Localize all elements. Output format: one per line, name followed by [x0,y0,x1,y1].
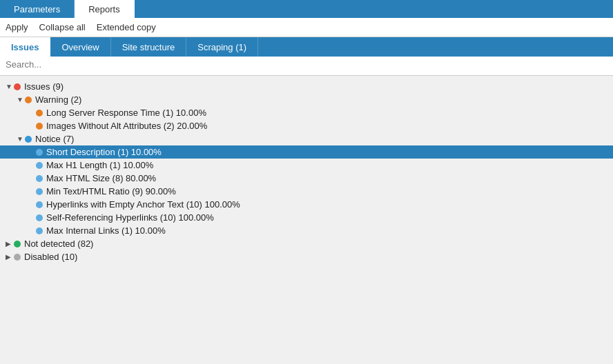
dot-lightblue-icon [36,228,43,234]
min-text-label: Min Text/HTML Ratio (9) 90.00% [46,186,176,196]
self-ref-label: Self-Referencing Hyperlinks (10) 100.00% [46,212,214,223]
tree-disabled[interactable]: ▶ Disabled (10) [0,250,613,263]
tab-scraping[interactable]: Scraping (1) [186,37,258,57]
hyperlinks-empty-label: Hyperlinks with Empty Anchor Text (10) 1… [46,199,240,210]
warning-label: Warning (2) [35,94,81,105]
tab-issues[interactable]: Issues [0,37,50,57]
arrow-icon: ▶ [6,240,14,247]
dot-green-icon [14,241,21,247]
dot-orange-icon [25,97,32,103]
long-server-label: Long Server Response Time (1) 10.00% [46,108,206,118]
notice-label: Notice (7) [35,134,74,144]
tree-notice-group[interactable]: ▼ Notice (7) [0,132,613,145]
tree-self-referencing[interactable]: ▶ Self-Referencing Hyperlinks (10) 100.0… [0,211,613,224]
dot-orange-icon [36,110,43,117]
tab-overview[interactable]: Overview [50,37,110,57]
search-bar [0,57,613,76]
tree-warning-group[interactable]: ▼ Warning (2) [0,93,613,106]
dot-lightblue-icon [36,149,43,156]
tree-area: ▼ Issues (9) ▼ Warning (2) ▶ Long Server… [0,76,613,364]
extended-copy-button[interactable]: Extended copy [97,22,156,32]
dot-lightblue-icon [36,175,43,182]
tree-min-text-ratio[interactable]: ▶ Min Text/HTML Ratio (9) 90.00% [0,185,613,198]
max-html-label: Max HTML Size (8) 80.00% [46,173,156,183]
arrow-icon: ▼ [17,96,25,103]
tab-reports[interactable]: Reports [75,0,135,18]
tree-max-h1[interactable]: ▶ Max H1 Length (1) 10.00% [0,159,613,172]
not-detected-label: Not detected (82) [24,239,93,249]
dot-lightblue-icon [36,188,43,195]
dot-red-icon [14,83,21,90]
apply-button[interactable]: Apply [6,22,28,32]
dot-lightblue-icon [36,162,43,169]
nav-tabs: Issues Overview Site structure Scraping … [0,37,613,57]
max-internal-label: Max Internal Links (1) 10.00% [46,225,166,236]
dot-lightblue-icon [36,201,43,208]
tree-issues-root[interactable]: ▼ Issues (9) [0,80,613,93]
arrow-icon: ▶ [6,253,14,261]
dot-lightblue-icon [36,214,43,221]
search-input[interactable] [6,59,607,70]
dot-gray-icon [14,254,21,261]
tab-bar: Parameters Reports [0,0,613,18]
dot-blue-icon [25,136,32,143]
toolbar: Apply Collapse all Extended copy [0,18,613,37]
short-desc-label: Short Description (1) 10.00% [46,147,162,157]
tree-long-server-response[interactable]: ▶ Long Server Response Time (1) 10.00% [0,106,613,119]
tab-parameters[interactable]: Parameters [0,0,75,18]
issues-label: Issues (9) [24,81,64,92]
tree-images-alt[interactable]: ▶ Images Without Alt Attributes (2) 20.0… [0,119,613,132]
tree-max-internal-links[interactable]: ▶ Max Internal Links (1) 10.00% [0,224,613,237]
disabled-label: Disabled (10) [24,252,77,262]
max-h1-label: Max H1 Length (1) 10.00% [46,160,153,170]
images-alt-label: Images Without Alt Attributes (2) 20.00% [46,121,207,131]
collapse-all-button[interactable]: Collapse all [39,22,86,32]
tree-short-description[interactable]: ▶ Short Description (1) 10.00% [0,145,613,159]
arrow-icon: ▼ [6,83,14,90]
dot-orange-icon [36,123,43,130]
tree-hyperlinks-empty[interactable]: ▶ Hyperlinks with Empty Anchor Text (10)… [0,198,613,211]
arrow-icon: ▼ [17,135,25,143]
tab-site-structure[interactable]: Site structure [111,37,187,57]
tree-not-detected[interactable]: ▶ Not detected (82) [0,237,613,250]
tree-max-html-size[interactable]: ▶ Max HTML Size (8) 80.00% [0,172,613,185]
